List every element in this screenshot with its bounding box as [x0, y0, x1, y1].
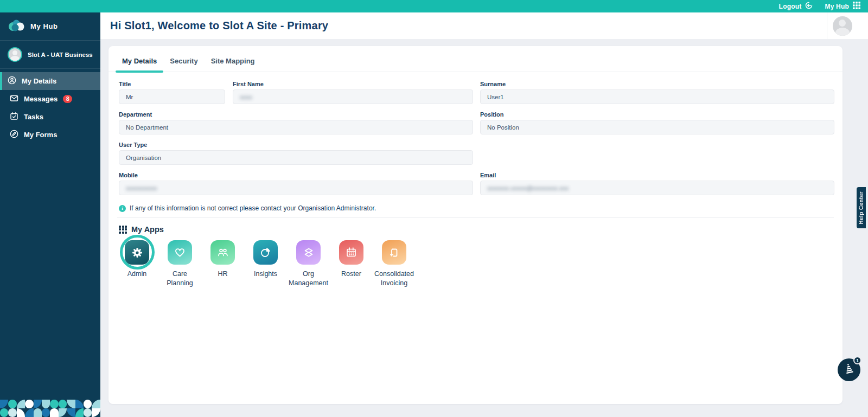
app-hr[interactable]: HR: [201, 240, 244, 288]
page-title: Hi Slot1, Welcome to Slot A Site - Prima…: [100, 20, 328, 32]
first-name-field[interactable]: xxxx: [233, 89, 473, 104]
field-group-department: Department No Department: [119, 111, 473, 134]
app-org-management[interactable]: Org Management: [287, 240, 330, 288]
title-label: Title: [119, 81, 225, 87]
field-group-title-firstname: Title Mr First Name xxxx: [119, 81, 473, 104]
field-group-position: Position No Position: [480, 111, 834, 134]
surname-value: User1: [487, 94, 504, 100]
app-roster[interactable]: Roster: [330, 240, 373, 288]
gear-icon: [125, 240, 149, 265]
app-insights[interactable]: Insights: [244, 240, 287, 288]
email-value-redacted: xxxxxxx.xxxxx@xxxxxxxx.xxx: [487, 185, 569, 191]
department-value: No Department: [126, 124, 168, 131]
logout-button[interactable]: Logout: [779, 2, 813, 11]
help-center-label: Help Center: [858, 191, 864, 224]
app-admin[interactable]: Admin: [116, 240, 158, 288]
email-field[interactable]: xxxxxxx.xxxxx@xxxxxxxx.xxx: [480, 181, 834, 195]
app-label: Admin: [127, 270, 146, 279]
my-apps-row: Admin Care Planning HR: [108, 234, 843, 288]
app-label: Consolidated Invoicing: [373, 270, 416, 288]
mobile-field[interactable]: xxxxxxxxxx: [119, 181, 473, 195]
apps-grid-icon: [853, 2, 860, 11]
tab-site-mapping[interactable]: Site Mapping: [205, 54, 261, 72]
email-label: Email: [480, 172, 834, 178]
help-floating-button[interactable]: 1: [838, 358, 860, 381]
app-label: Roster: [341, 270, 361, 279]
invoice-icon: [382, 240, 406, 265]
sidebar-item-my-details[interactable]: My Details: [0, 72, 100, 90]
messages-count-badge: 8: [63, 95, 72, 103]
sidebar-decorative-pattern: [0, 400, 100, 417]
heart-icon: [168, 240, 192, 265]
lighthouse-icon: [843, 363, 855, 377]
position-value: No Position: [487, 124, 519, 131]
user-avatar[interactable]: [833, 16, 852, 36]
sidebar-item-label: Messages: [24, 95, 58, 103]
people-icon: [210, 240, 235, 265]
calendar-check-icon: [10, 112, 18, 122]
user-circle-icon: [8, 76, 16, 86]
department-label: Department: [119, 111, 473, 118]
info-note-text: If any of this information is not correc…: [130, 204, 376, 212]
field-group-email: Email xxxxxxx.xxxxx@xxxxxxxx.xxx: [480, 172, 834, 195]
info-note: i If any of this information is not corr…: [119, 204, 834, 212]
app-consolidated-invoicing[interactable]: Consolidated Invoicing: [373, 240, 416, 288]
title-field[interactable]: Mr: [119, 89, 225, 104]
details-form: Title Mr First Name xxxx Surname: [108, 72, 843, 212]
sidebar-item-messages[interactable]: Messages 8: [0, 90, 100, 108]
sidebar-item-tasks[interactable]: Tasks: [0, 108, 100, 126]
profile-name: Slot A - UAT Business: [28, 52, 93, 58]
brand[interactable]: My Hub: [0, 12, 100, 41]
app-label: HR: [218, 270, 227, 279]
cloud-logo-icon: [8, 19, 25, 34]
page-header: Hi Slot1, Welcome to Slot A Site - Prima…: [100, 12, 868, 39]
field-group-user-type: User Type Organisation: [119, 142, 473, 165]
mobile-label: Mobile: [119, 172, 473, 178]
header-divider: [827, 12, 827, 39]
info-icon: i: [119, 205, 126, 212]
title-value: Mr: [126, 94, 133, 100]
position-label: Position: [480, 111, 834, 118]
profile-avatar: [8, 47, 22, 62]
tab-my-details[interactable]: My Details: [116, 54, 163, 72]
app-label: Insights: [254, 270, 277, 279]
tab-security[interactable]: Security: [163, 54, 204, 72]
user-type-label: User Type: [119, 142, 473, 148]
myhub-link[interactable]: My Hub: [825, 2, 860, 11]
myhub-label: My Hub: [825, 3, 849, 10]
tab-bar: My Details Security Site Mapping: [108, 46, 843, 72]
user-type-value: Organisation: [126, 155, 161, 161]
logout-label: Logout: [779, 3, 802, 10]
department-field[interactable]: No Department: [119, 120, 473, 134]
surname-label: Surname: [480, 81, 834, 87]
app-care-planning[interactable]: Care Planning: [158, 240, 201, 288]
surname-field[interactable]: User1: [480, 89, 834, 104]
my-apps-header: My Apps: [108, 218, 843, 234]
top-bar: Logout My Hub: [0, 0, 868, 12]
mobile-value-redacted: xxxxxxxxxx: [126, 185, 157, 191]
pen-circle-icon: [10, 130, 18, 140]
profile-block[interactable]: Slot A - UAT Business: [0, 41, 100, 69]
user-type-field[interactable]: Organisation: [119, 150, 473, 165]
first-name-value-redacted: xxxx: [240, 94, 252, 100]
first-name-label: First Name: [233, 81, 473, 87]
notification-badge: 1: [853, 356, 861, 364]
app-label: Org Management: [287, 270, 330, 288]
pie-chart-icon: [253, 240, 278, 265]
field-group-surname: Surname User1: [480, 81, 834, 104]
sidebar-item-label: My Details: [22, 77, 56, 85]
my-apps-heading: My Apps: [131, 225, 164, 234]
help-center-tab[interactable]: Help Center: [857, 187, 866, 228]
envelope-icon: [10, 94, 18, 104]
details-card: My Details Security Site Mapping Title M…: [108, 46, 843, 404]
calendar-icon: [339, 240, 363, 265]
layers-icon: [296, 240, 321, 265]
brand-name: My Hub: [30, 22, 58, 30]
position-field[interactable]: No Position: [480, 120, 834, 134]
sidebar: My Hub Slot A - UAT Business My Details: [0, 12, 100, 417]
logout-icon: [805, 2, 813, 11]
sidebar-nav: My Details Messages 8 Tasks: [0, 72, 100, 144]
app-label: Care Planning: [158, 270, 201, 288]
sidebar-item-my-forms[interactable]: My Forms: [0, 126, 100, 144]
apps-grid-icon-dark: [119, 226, 127, 234]
